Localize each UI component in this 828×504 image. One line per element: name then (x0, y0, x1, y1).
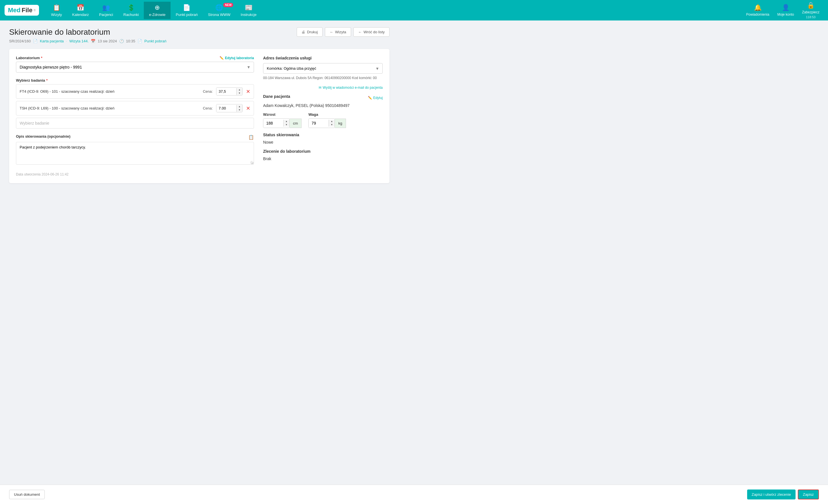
breadcrumb-sep1: · (66, 39, 67, 43)
wizyta-label: Wizyta (335, 30, 346, 34)
waga-input-row: ▲ ▼ kg (308, 118, 346, 128)
nav-punkt-pobran[interactable]: 📄 Punkt pobrań (171, 2, 203, 19)
nav-zabezpiecz-label: Zabezpiecz (802, 10, 820, 14)
test-placeholder[interactable]: Wybierz badanie (16, 118, 254, 129)
back-arrow-icon: ← (330, 30, 333, 34)
adres-select[interactable]: Komórka: Ogólna izba przyjęć (263, 63, 383, 74)
email-link-label: Wyślij w wiadomości e-mail do pacjenta (323, 86, 383, 90)
wzrost-spin-down[interactable]: ▼ (284, 123, 289, 127)
price-input-0[interactable] (216, 88, 236, 95)
email-link[interactable]: ✉ Wyślij w wiadomości e-mail do pacjenta (263, 86, 383, 90)
wizyta-button[interactable]: ← Wizyta (325, 27, 351, 37)
lab-select-wrapper: Diagnostyka pierwsze piętro - 9991 ▼ (16, 62, 254, 73)
edytuj-laboratoria-label: Edytuj laboratoria (225, 56, 254, 60)
badania-label-row: Wybierz badania * (16, 78, 254, 83)
logo[interactable]: MedFile® (5, 5, 39, 16)
breadcrumb-karta[interactable]: Karta pacjenta (40, 39, 64, 43)
back-list-label: Wróć do listy (364, 30, 385, 34)
nav-pacjenci-label: Pacjenci (99, 12, 113, 17)
form-layout: Laboratorium * ✏️ Edytuj laboratoria Dia… (16, 56, 383, 176)
price-spin-up-1[interactable]: ▲ (237, 105, 242, 108)
breadcrumb-punkt-icon: 📄 (137, 39, 142, 43)
nav-rachunki[interactable]: 💲 Rachunki (118, 2, 144, 19)
waga-input-wrapper: ▲ ▼ (308, 118, 335, 128)
page-title: Skierowanie do laboratorium (9, 28, 110, 37)
price-spin-down-1[interactable]: ▼ (237, 108, 242, 112)
kalendarz-icon: 📅 (77, 4, 84, 11)
price-input-1[interactable] (216, 104, 236, 112)
nav-powiadomienia[interactable]: 🔔 Powiadomienia (742, 2, 773, 19)
zlecenie-title: Zlecenie do laboratorium (263, 149, 383, 153)
pacjenci-icon: 👥 (102, 4, 110, 11)
waga-group: Waga ▲ ▼ kg (308, 112, 346, 128)
desc-label-row: Opis skierowania (opcjonalnie) 📋 (16, 134, 254, 140)
badania-required: * (46, 78, 48, 83)
nav-instrukcje-label: Instrukcje (241, 12, 256, 17)
new-badge: NEW (223, 3, 233, 7)
badania-label: Wybierz badania (16, 78, 45, 83)
breadcrumb-clock-icon: 🕐 (119, 39, 124, 43)
nav-zabezpiecz[interactable]: 🔒 Zabezpiecz 118:53 (798, 0, 823, 21)
price-spin-up-0[interactable]: ▲ (237, 88, 242, 92)
breadcrumb-ref: SR/2024/160 (9, 39, 31, 43)
nav-moje-konto[interactable]: 👤 Moje konto (773, 2, 798, 19)
waga-spin-down[interactable]: ▼ (329, 123, 335, 127)
nav-powiadomienia-label: Powiadomienia (746, 12, 769, 16)
form-right: Adres świadczenia usługi Komórka: Ogólna… (263, 56, 383, 176)
breadcrumb-time: 10:35 (126, 39, 135, 43)
lab-select[interactable]: Diagnostyka pierwsze piętro - 9991 (16, 62, 254, 73)
nav-right: 🔔 Powiadomienia 👤 Moje konto 🔒 Zabezpiec… (742, 0, 823, 21)
nav-strona-www-label: Strona WWW (208, 12, 231, 17)
nav-ezdrowie[interactable]: ⊕ e-Zdrowie (144, 2, 171, 19)
status-section: Status skierowania Nowe (263, 133, 383, 144)
desc-textarea[interactable]: Pacjent z podejrzeniem chorób tarczycy. (16, 142, 254, 165)
logo-r: ® (34, 9, 36, 12)
wzrost-group: Wzrost ▲ ▼ cm (263, 112, 301, 128)
waga-label: Waga (308, 112, 346, 117)
laboratorium-label-row: Laboratorium * ✏️ Edytuj laboratoria (16, 56, 254, 60)
breadcrumb-punkt[interactable]: Punkt pobrań (144, 39, 166, 43)
edytuj-patient-link[interactable]: ✏️ Edytuj (368, 96, 383, 100)
edytuj-laboratoria-link[interactable]: ✏️ Edytuj laboratoria (219, 56, 254, 60)
price-input-wrapper-0: ▲ ▼ (216, 87, 243, 96)
resize-handle-icon: // (250, 161, 252, 165)
nav-items: 📋 Wizyty 📅 Kalendarz 👥 Pacjenci 💲 Rachun… (46, 2, 742, 19)
laboratorium-label: Laboratorium (16, 56, 40, 60)
email-icon: ✉ (319, 86, 322, 90)
nav-time: 118:53 (806, 15, 816, 19)
wzrost-unit: cm (290, 119, 301, 128)
breadcrumb-date: 13 sie 2024 (98, 39, 117, 43)
strona-www-icon: 🌐 (215, 4, 223, 11)
wzrost-input[interactable] (263, 119, 283, 128)
zlecenie-value: Brak (263, 156, 383, 161)
page-header: Skierowanie do laboratorium 🖨 Drukuj ← W… (9, 27, 389, 37)
nav-instrukcje[interactable]: 📰 Instrukcje (236, 2, 262, 19)
edit-pen-icon: ✏️ (219, 56, 224, 60)
nav-pacjenci[interactable]: 👥 Pacjenci (94, 2, 118, 19)
back-list-button[interactable]: ← Wróć do listy (354, 27, 389, 37)
lab-edit-link[interactable]: ✏️ Edytuj laboratoria (219, 56, 254, 60)
clipboard-icon: 📋 (248, 135, 254, 140)
test-row-1: TSH (ICD-9: L69) - 100 - szacowany czas … (16, 101, 254, 116)
breadcrumb-wizyta[interactable]: Wizyta 144. (69, 39, 89, 43)
remove-test-0[interactable]: ✕ (246, 88, 250, 95)
patient-section: Dane pacjenta ✏️ Edytuj Adam Kowalczyk, … (263, 94, 383, 108)
nav-wizyty[interactable]: 📋 Wizyty (46, 2, 67, 19)
dane-pacjenta-title: Dane pacjenta (263, 94, 290, 99)
test-price-label-1: Cena: (203, 106, 213, 110)
waga-input[interactable] (308, 119, 329, 128)
print-button[interactable]: 🖨 Drukuj (297, 27, 323, 37)
nav-moje-konto-label: Moje konto (777, 12, 794, 16)
nav-strona-www[interactable]: NEW 🌐 Strona WWW (203, 2, 236, 19)
waga-spin-up[interactable]: ▲ (329, 120, 335, 123)
nav-kalendarz[interactable]: 📅 Kalendarz (67, 2, 94, 19)
wzrost-spin-up[interactable]: ▲ (284, 120, 289, 123)
desc-label: Opis skierowania (opcjonalnie) (16, 134, 70, 139)
wzrost-spin: ▲ ▼ (283, 120, 289, 127)
price-spin-down-0[interactable]: ▼ (237, 92, 242, 95)
remove-test-1[interactable]: ✕ (246, 105, 250, 111)
badania-group: Wybierz badania * FT4 (ICD-9: O69) - 101… (16, 78, 254, 129)
test-name-1: TSH (ICD-9: L69) - 100 - szacowany czas … (19, 106, 199, 110)
nav-wizyty-label: Wizyty (51, 12, 62, 17)
rachunki-icon: 💲 (127, 4, 135, 11)
